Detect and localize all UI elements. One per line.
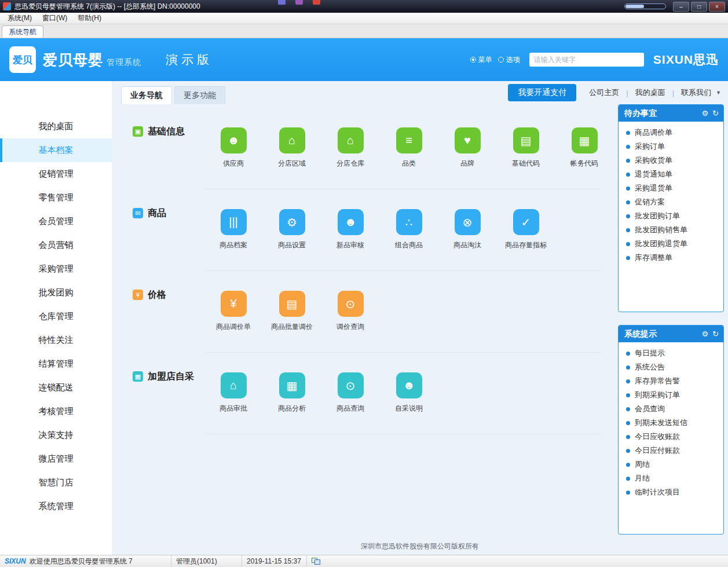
right-column: 待办事宜⚙↻商品调价单采购订单采购收货单退货通知单采购退货单促销方案批发团购订单… — [618, 104, 728, 540]
open-payment-button[interactable]: 我要开通支付 — [508, 84, 576, 101]
sidebar-item[interactable]: 微店管理 — [0, 447, 112, 471]
menu-item[interactable]: 帮助(H) — [72, 13, 107, 24]
tile-label: 商品淘汰 — [453, 240, 481, 250]
volume-indicator[interactable] — [624, 3, 666, 9]
sidebar-item[interactable]: 特性关注 — [0, 328, 112, 352]
panel-item[interactable]: 批发团购订单 — [619, 209, 723, 223]
chevron-down-icon[interactable]: ▼ — [716, 90, 721, 96]
feature-tile[interactable]: ⊙商品查询 — [323, 372, 378, 413]
tile-label: 新品审核 — [336, 240, 364, 250]
sidebar-item[interactable]: 结算管理 — [0, 352, 112, 376]
panel-item-label: 月结 — [635, 473, 650, 484]
feature-tile[interactable]: ∴组合商品 — [381, 209, 437, 250]
feature-tile[interactable]: ▦商品分析 — [264, 372, 320, 413]
panel-item[interactable]: 批发团购退货单 — [619, 237, 723, 251]
main-area: 业务导航更多功能 我要开通支付 公司主页|我的桌面|联系我们▼ ▣基础信息☻供应… — [112, 81, 728, 555]
sidebar-item[interactable]: 智慧门店 — [0, 471, 112, 495]
sidebar-item[interactable]: 零售管理 — [0, 186, 112, 210]
panel-item[interactable]: 库存异常告警 — [619, 374, 723, 388]
top-link[interactable]: 我的桌面 — [633, 87, 668, 98]
sidebar-item[interactable]: 采购管理 — [0, 257, 112, 281]
panel-item-label: 到期未发送短信 — [635, 418, 687, 428]
feature-tile[interactable]: ☻新品审核 — [323, 209, 378, 250]
feature-tile[interactable]: ¥商品调价单 — [206, 291, 261, 331]
panel-item[interactable]: 月结 — [619, 471, 723, 485]
sidebar-item[interactable]: 考核管理 — [0, 400, 112, 423]
panel-item[interactable]: 采购退货单 — [619, 181, 723, 195]
feature-tile[interactable]: ▦帐务代码 — [557, 127, 612, 168]
titlebar-peek-icon — [278, 0, 286, 5]
sidebar-item[interactable]: 仓库管理 — [0, 305, 112, 328]
panel-item[interactable]: 会员查询 — [619, 402, 723, 416]
feature-tile[interactable]: ✓商品存量指标 — [498, 209, 554, 250]
feature-tile[interactable]: ⌂商品审批 — [206, 372, 261, 413]
panel-item[interactable]: 库存调整单 — [619, 251, 723, 265]
feature-tile[interactable]: ☻自采说明 — [381, 372, 437, 413]
feature-tile[interactable]: ⌂分店仓库 — [323, 127, 378, 168]
radio-option[interactable]: 选项 — [498, 55, 520, 65]
maximize-button[interactable]: □ — [691, 2, 707, 12]
welcome-text: 欢迎使用思迅爱贝母婴管理系统 7 — [30, 557, 133, 566]
main-tab[interactable]: 更多功能 — [174, 86, 225, 104]
feature-tile[interactable]: ⊙调价查询 — [323, 291, 378, 331]
panel-item[interactable]: 商品调价单 — [619, 126, 723, 140]
panel-item[interactable]: 采购订单 — [619, 140, 723, 153]
titlebar-peek-icon — [295, 0, 303, 5]
refresh-icon[interactable]: ↻ — [712, 109, 719, 118]
sidebar-item[interactable]: 促销管理 — [0, 162, 112, 186]
account-code-icon: ▦ — [572, 127, 598, 153]
feature-tile[interactable]: ⚙商品设置 — [264, 209, 320, 250]
panel-item[interactable]: 促销方案 — [619, 195, 723, 209]
feature-tile[interactable]: ☻供应商 — [206, 127, 261, 168]
tab-system-navigation[interactable]: 系统导航 — [2, 25, 43, 38]
gear-icon[interactable]: ⚙ — [701, 330, 708, 338]
panel-item[interactable]: 到期未发送短信 — [619, 416, 723, 430]
menu-item[interactable]: 窗口(W) — [37, 13, 72, 24]
panel-item[interactable]: 采购收货单 — [619, 153, 723, 167]
sidebar-item[interactable]: 我的桌面 — [0, 115, 112, 138]
sidebar-item[interactable]: 会员管理 — [0, 210, 112, 233]
feature-tile[interactable]: ♥品牌 — [440, 127, 495, 168]
menu-item[interactable]: 系统(M) — [2, 13, 37, 24]
panel-item[interactable]: 每日提示 — [619, 346, 723, 360]
stock-index-icon: ✓ — [513, 209, 539, 235]
feature-tile[interactable]: ≡品类 — [381, 127, 437, 168]
search-input[interactable] — [529, 53, 644, 67]
top-link[interactable]: 公司主页 — [587, 87, 621, 98]
bullet-icon — [626, 393, 630, 397]
panel-item-label: 库存调整单 — [635, 253, 672, 263]
panel-item[interactable]: 今日应付账款 — [619, 444, 723, 458]
bullet-icon — [626, 256, 630, 260]
minimize-button[interactable]: – — [673, 2, 689, 12]
tile-label: 分店区域 — [278, 159, 306, 168]
panel-item[interactable]: 到期采购订单 — [619, 388, 723, 402]
feature-tile[interactable]: ▤商品批量调价 — [264, 291, 320, 331]
sidebar-item[interactable]: 基本档案 — [0, 138, 112, 162]
feature-tile[interactable]: ⌂分店区域 — [264, 127, 320, 168]
gear-icon[interactable]: ⚙ — [701, 109, 708, 118]
panel-item[interactable]: 批发团购销售单 — [619, 223, 723, 237]
sidebar-item[interactable]: 会员营销 — [0, 233, 112, 257]
sidebar-item[interactable]: 系统管理 — [0, 495, 112, 518]
sidebar-item[interactable]: 批发团购 — [0, 281, 112, 305]
feature-tile[interactable]: ⊗商品淘汰 — [440, 209, 495, 250]
radio-option[interactable]: 菜单 — [470, 55, 492, 65]
panel-item[interactable]: 今日应收账款 — [619, 430, 723, 444]
panel-item[interactable]: 临时计次项目 — [619, 485, 723, 499]
refresh-icon[interactable]: ↻ — [712, 330, 719, 338]
feature-tile[interactable]: ▤基础代码 — [498, 127, 554, 168]
sidebar-item[interactable]: 决策支持 — [0, 423, 112, 447]
current-user: 管理员(1001) — [171, 555, 242, 567]
panel-item[interactable]: 周结 — [619, 458, 723, 471]
sidebar-item[interactable]: 连锁配送 — [0, 376, 112, 400]
close-button[interactable]: × — [709, 2, 725, 12]
price-query-icon: ⊙ — [338, 291, 364, 317]
feature-tile[interactable]: |||商品档案 — [206, 209, 261, 250]
bullet-icon — [626, 214, 630, 218]
main-tab[interactable]: 业务导航 — [121, 86, 172, 104]
panel-item[interactable]: 系统公告 — [619, 360, 723, 374]
top-link[interactable]: 联系我们 — [679, 87, 714, 98]
panel-item[interactable]: 退货通知单 — [619, 167, 723, 181]
bullet-icon — [626, 449, 630, 453]
panel-item-label: 采购订单 — [635, 141, 665, 152]
